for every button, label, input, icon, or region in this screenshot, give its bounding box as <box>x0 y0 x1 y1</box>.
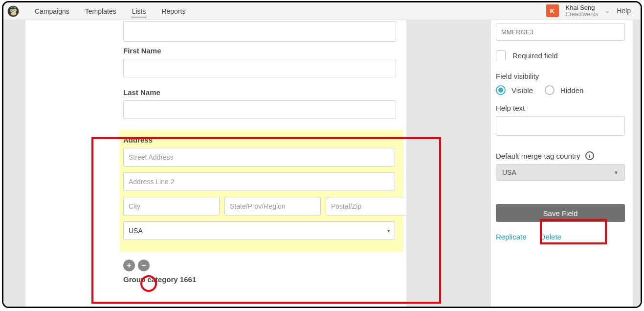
default-country-label: Default merge tag country <box>496 152 580 160</box>
group-category-label: Group category 1661 <box>123 275 391 284</box>
required-checkbox[interactable] <box>496 50 506 60</box>
help-link[interactable]: Help <box>617 7 631 15</box>
mailchimp-logo[interactable] <box>3 2 23 20</box>
svg-point-3 <box>11 12 16 15</box>
field-settings-panel: Required field Field visibility Visible … <box>491 20 633 307</box>
address-label: Address <box>123 136 399 144</box>
visible-radio[interactable] <box>496 85 506 95</box>
country-select[interactable]: ▾ <box>123 221 395 240</box>
hidden-radio-label: Hidden <box>560 86 584 95</box>
address-line2-input[interactable] <box>123 172 395 191</box>
last-name-label: Last Name <box>123 88 391 96</box>
merge-tag-name-input[interactable] <box>496 23 625 41</box>
first-name-input[interactable] <box>123 59 396 77</box>
state-input[interactable] <box>224 197 321 215</box>
first-name-label: First Name <box>123 47 391 55</box>
nav-campaigns[interactable]: Campaigns <box>34 4 70 18</box>
last-name-input[interactable] <box>123 100 396 119</box>
zip-input[interactable] <box>326 197 406 215</box>
city-input[interactable] <box>123 197 220 215</box>
svg-point-5 <box>14 10 15 11</box>
avatar[interactable]: K <box>546 4 559 17</box>
topbar: Campaigns Templates Lists Reports K Khai… <box>3 2 641 20</box>
replicate-link[interactable]: Replicate <box>496 233 527 241</box>
email-field-partial[interactable] <box>123 21 396 42</box>
nav-templates[interactable]: Templates <box>84 4 117 18</box>
user-name: Khai Seng <box>566 4 599 11</box>
help-text-input[interactable] <box>496 116 625 136</box>
required-label: Required field <box>512 51 558 60</box>
country-select-value[interactable] <box>123 221 395 240</box>
info-icon[interactable]: i <box>585 151 594 160</box>
chevron-down-icon: ▼ <box>614 170 619 175</box>
nav-lists[interactable]: Lists <box>131 4 147 18</box>
visibility-title: Field visibility <box>496 72 625 80</box>
left-gutter <box>3 20 25 307</box>
user-org: Creatifwerks <box>566 11 599 18</box>
spacer <box>406 20 491 307</box>
default-country-select[interactable]: USA ▼ <box>496 164 625 181</box>
nav-reports[interactable]: Reports <box>160 4 186 18</box>
right-gutter <box>633 20 641 307</box>
street-address-input[interactable] <box>123 148 395 167</box>
visible-radio-label: Visible <box>511 86 533 95</box>
add-field-button[interactable]: + <box>123 260 135 271</box>
user-block[interactable]: Khai Seng Creatifwerks <box>566 4 599 18</box>
help-text-title: Help text <box>496 104 625 112</box>
hidden-radio[interactable] <box>545 85 555 95</box>
default-country-value: USA <box>502 168 516 176</box>
chevron-down-icon[interactable]: ⌄ <box>605 7 610 14</box>
address-block[interactable]: Address ▾ <box>119 130 403 252</box>
form-builder-canvas: First Name Last Name Address <box>25 20 406 307</box>
svg-point-4 <box>11 10 12 11</box>
main-nav: Campaigns Templates Lists Reports <box>34 4 186 18</box>
save-field-button[interactable]: Save Field <box>496 204 625 222</box>
delete-link[interactable]: Delete <box>540 233 561 241</box>
remove-field-button[interactable]: − <box>138 260 150 271</box>
